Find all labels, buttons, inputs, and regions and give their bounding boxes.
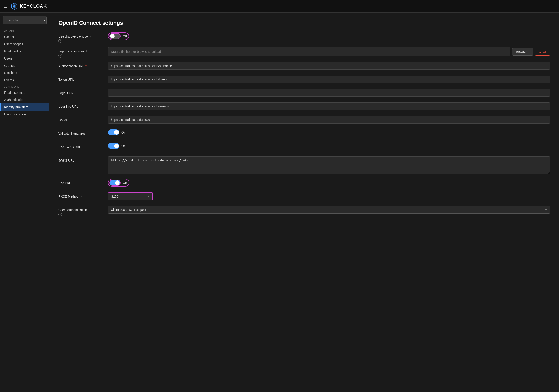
import-config-control: Drag a file here or browse to upload Bro…: [108, 47, 550, 56]
logout-url-control: [108, 89, 550, 97]
validate-signatures-toggle[interactable]: [108, 129, 119, 135]
issuer-input[interactable]: [108, 116, 550, 124]
configure-section-label: Configure: [0, 84, 49, 89]
logout-url-input[interactable]: [108, 89, 550, 97]
use-discovery-row: Use discovery endpoint ? Off: [58, 32, 550, 43]
import-config-help-icon[interactable]: ?: [58, 54, 62, 57]
client-authentication-help-icon[interactable]: ?: [58, 213, 62, 216]
use-jwks-url-toggle-wrapper: On: [108, 143, 126, 149]
sidebar-item-events[interactable]: Events: [0, 76, 49, 84]
issuer-row: Issuer: [58, 116, 550, 125]
use-discovery-label: Use discovery endpoint ?: [58, 32, 108, 43]
use-pkce-label: Use PKCE: [58, 179, 108, 185]
sidebar-item-user-federation[interactable]: User federation: [0, 110, 49, 118]
jwks-url-control: https://central.test.aaf.edu.au/oidc/jwk…: [108, 156, 550, 174]
file-drop-area[interactable]: Drag a file here or browse to upload: [108, 47, 511, 56]
import-config-label: Import config from file ?: [58, 47, 108, 57]
pkce-method-label: PKCE Method ?: [58, 192, 108, 198]
logout-url-label: Logout URL: [58, 89, 108, 95]
use-pkce-toggle[interactable]: [109, 180, 121, 186]
realm-selector[interactable]: myrealm: [3, 16, 47, 24]
token-url-label: Token URL *: [58, 75, 108, 81]
jwks-url-input[interactable]: https://central.test.aaf.edu.au/oidc/jwk…: [108, 156, 550, 174]
use-jwks-url-row: Use JWKS URL On: [58, 143, 550, 152]
validate-signatures-toggle-label: On: [121, 131, 126, 134]
brand-label: KEYCLOAK: [20, 4, 47, 9]
brand: KEYCLOAK: [11, 3, 47, 10]
pkce-method-help-icon[interactable]: ?: [80, 195, 84, 198]
sidebar-item-client-scopes[interactable]: Client scopes: [0, 40, 49, 48]
use-jwks-url-toggle-label: On: [121, 144, 126, 148]
authorization-url-label: Authorization URL *: [58, 62, 108, 68]
validate-signatures-toggle-wrapper: On: [108, 129, 126, 135]
manage-section-label: Manage: [0, 28, 49, 33]
use-discovery-toggle-wrapper: Off: [108, 32, 129, 40]
use-discovery-control: Off: [108, 32, 550, 40]
pkce-method-select[interactable]: S256 plain: [108, 192, 153, 201]
keycloak-logo-icon: [11, 3, 18, 10]
user-info-url-control: [108, 102, 550, 110]
sidebar-item-realm-settings[interactable]: Realm settings: [0, 89, 49, 96]
sidebar-item-users[interactable]: Users: [0, 55, 49, 62]
navbar: ☰ KEYCLOAK: [0, 0, 559, 13]
token-url-control: [108, 75, 550, 83]
authorization-url-control: [108, 62, 550, 70]
browse-button[interactable]: Browse...: [512, 48, 533, 55]
import-config-row: Import config from file ? Drag a file he…: [58, 47, 550, 57]
sidebar: myrealm Manage Clients Client scopes Rea…: [0, 13, 49, 392]
user-info-url-row: User Info URL: [58, 102, 550, 111]
jwks-url-row: JWKS URL https://central.test.aaf.edu.au…: [58, 156, 550, 174]
sidebar-item-sessions[interactable]: Sessions: [0, 69, 49, 76]
user-info-url-label: User Info URL: [58, 102, 108, 108]
sidebar-item-identity-providers[interactable]: Identity providers: [0, 103, 49, 110]
authorization-url-input[interactable]: [108, 62, 550, 70]
jwks-url-label: JWKS URL: [58, 156, 108, 162]
clear-button[interactable]: Clear: [535, 48, 550, 55]
use-discovery-toggle-label: Off: [123, 34, 127, 38]
validate-signatures-control: On: [108, 129, 550, 135]
issuer-control: [108, 116, 550, 124]
user-info-url-input[interactable]: [108, 102, 550, 110]
client-authentication-label: Client authentication ?: [58, 206, 108, 216]
page-title: OpenID Connect settings: [58, 20, 550, 26]
use-pkce-toggle-label: On: [123, 181, 127, 184]
use-discovery-help-icon[interactable]: ?: [58, 39, 62, 43]
issuer-label: Issuer: [58, 116, 108, 122]
validate-signatures-row: Validate Signatures On: [58, 129, 550, 138]
main-content: OpenID Connect settings Use discovery en…: [49, 13, 559, 392]
authorization-url-required: *: [85, 64, 87, 68]
hamburger-icon[interactable]: ☰: [4, 4, 7, 9]
use-jwks-url-toggle[interactable]: [108, 143, 119, 149]
sidebar-item-clients[interactable]: Clients: [0, 33, 49, 40]
logout-url-row: Logout URL: [58, 89, 550, 98]
sidebar-item-groups[interactable]: Groups: [0, 62, 49, 69]
use-jwks-url-label: Use JWKS URL: [58, 143, 108, 149]
client-authentication-select[interactable]: Client secret sent as post Client secret…: [108, 206, 550, 214]
client-authentication-control: Client secret sent as post Client secret…: [108, 206, 550, 214]
token-url-row: Token URL *: [58, 75, 550, 84]
file-upload-wrapper: Drag a file here or browse to upload Bro…: [108, 47, 550, 56]
authorization-url-row: Authorization URL *: [58, 62, 550, 71]
use-pkce-row: Use PKCE On: [58, 179, 550, 188]
use-jwks-url-control: On: [108, 143, 550, 149]
layout: myrealm Manage Clients Client scopes Rea…: [0, 13, 559, 392]
sidebar-item-realm-roles[interactable]: Realm roles: [0, 48, 49, 55]
validate-signatures-label: Validate Signatures: [58, 129, 108, 135]
token-url-required: *: [75, 78, 76, 81]
use-discovery-toggle[interactable]: [109, 33, 121, 39]
pkce-method-row: PKCE Method ? S256 plain: [58, 192, 550, 201]
use-pkce-control: On: [108, 179, 550, 187]
sidebar-item-authentication[interactable]: Authentication: [0, 96, 49, 103]
client-authentication-row: Client authentication ? Client secret se…: [58, 206, 550, 216]
pkce-method-control: S256 plain: [108, 192, 550, 201]
token-url-input[interactable]: [108, 75, 550, 83]
use-pkce-toggle-wrapper: On: [108, 179, 129, 187]
